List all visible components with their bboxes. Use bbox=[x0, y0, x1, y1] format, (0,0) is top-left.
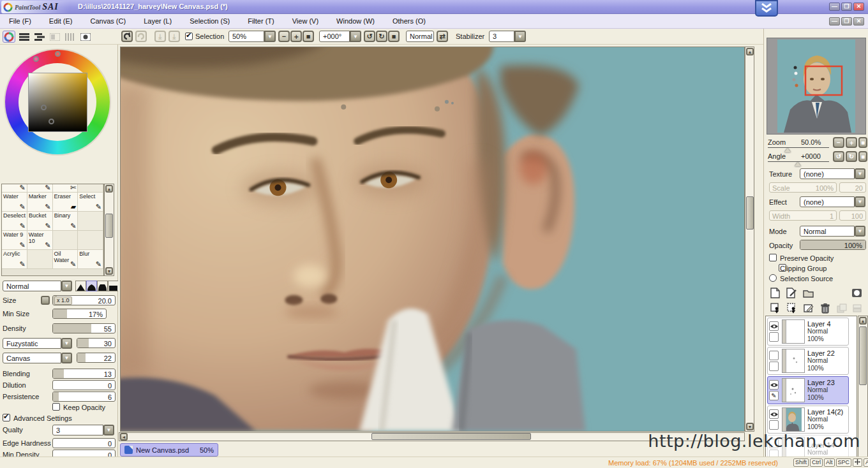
layer-thumbnail[interactable] bbox=[782, 319, 805, 344]
texture-dropdown-button[interactable]: ▼ bbox=[855, 168, 865, 179]
selection-source-radio[interactable] bbox=[769, 274, 777, 282]
menu-edit[interactable]: Edit (E) bbox=[40, 15, 82, 27]
brush-water[interactable]: Water✎ bbox=[2, 193, 27, 212]
angle-reset-button[interactable]: ■ bbox=[388, 31, 400, 42]
brush-texture-b-select[interactable]: Canvas bbox=[3, 353, 61, 363]
brush-texture-a-select[interactable]: Fuzystatic bbox=[3, 338, 61, 349]
saturation-value-square[interactable] bbox=[28, 73, 87, 132]
scroll-thumb[interactable] bbox=[371, 433, 531, 440]
visibility-toggle[interactable] bbox=[769, 380, 779, 390]
quality-select[interactable]: 3 bbox=[52, 425, 103, 435]
nav-rotate-cw-button[interactable]: ↻ bbox=[846, 151, 857, 162]
brush-shape-flat[interactable] bbox=[97, 281, 108, 291]
zoom-reset-button[interactable]: ■ bbox=[303, 31, 314, 42]
persistence-slider[interactable]: 6 bbox=[52, 391, 116, 402]
brush-binary[interactable]: Binary✎ bbox=[53, 212, 79, 231]
selection-visibility-checkbox[interactable] bbox=[185, 33, 193, 40]
rgb-slider-panel-button[interactable] bbox=[18, 31, 31, 43]
delete-layer-button[interactable] bbox=[818, 302, 832, 315]
brush-blend-mode-select[interactable]: Normal bbox=[3, 281, 61, 291]
new-layer-folder-button[interactable] bbox=[801, 286, 816, 300]
scroll-thumb[interactable] bbox=[105, 214, 113, 238]
edit-toggle[interactable] bbox=[769, 362, 779, 371]
scroll-down-arrow[interactable]: ▼ bbox=[105, 267, 113, 275]
layer-row-layer22[interactable]: Layer 22 Normal 100% bbox=[767, 347, 849, 375]
layer-thumbnail[interactable] bbox=[782, 407, 805, 432]
history-back-button[interactable]: ⤓ bbox=[154, 31, 166, 42]
edit-toggle[interactable]: ✎ bbox=[769, 391, 779, 400]
zoom-in-button[interactable]: ＋ bbox=[290, 31, 302, 42]
hue-marker-secondary[interactable] bbox=[55, 51, 61, 57]
rotate-cw-button[interactable]: ↻ bbox=[376, 31, 387, 42]
restore-button[interactable]: ❐ bbox=[841, 3, 852, 11]
brush-select[interactable]: Select✎ bbox=[78, 193, 103, 212]
navigator-preview[interactable] bbox=[767, 38, 866, 135]
close-button[interactable]: ✕ bbox=[853, 3, 864, 11]
brush-marker[interactable]: Marker✎ bbox=[27, 193, 53, 212]
effect-dropdown-button[interactable]: ▼ bbox=[855, 196, 865, 207]
layer-mask-button[interactable] bbox=[849, 286, 864, 300]
zoom-dropdown-button[interactable]: ▼ bbox=[264, 31, 276, 42]
scroll-thumb[interactable] bbox=[746, 196, 754, 230]
scroll-down-arrow[interactable]: ▼ bbox=[746, 423, 754, 430]
zoom-out-button[interactable]: − bbox=[278, 31, 290, 42]
nav-zoom-slider[interactable] bbox=[768, 147, 829, 148]
doc-close-button[interactable]: ✕ bbox=[853, 17, 864, 26]
nav-rotate-ccw-button[interactable]: ↺ bbox=[833, 151, 844, 162]
menu-selection[interactable]: Selection (S) bbox=[181, 15, 239, 27]
edit-toggle[interactable] bbox=[769, 420, 779, 430]
view-mode-button[interactable]: Normal bbox=[406, 31, 434, 42]
layer-effect-select[interactable]: (none) bbox=[800, 196, 855, 207]
brush-eraser[interactable]: Eraser▰ bbox=[53, 193, 79, 212]
layer-mode-select[interactable]: Normal bbox=[800, 226, 855, 237]
angle-value-field[interactable]: +000° bbox=[319, 31, 350, 42]
size-unit-button[interactable] bbox=[41, 296, 50, 305]
color-mixer-panel-button[interactable] bbox=[49, 31, 61, 43]
menu-canvas[interactable]: Canvas (C) bbox=[82, 15, 135, 27]
menu-window[interactable]: Window (W) bbox=[327, 15, 384, 27]
menu-file[interactable]: File (F) bbox=[0, 15, 40, 27]
minimize-button[interactable]: — bbox=[829, 3, 840, 11]
edit-toggle[interactable] bbox=[769, 332, 779, 342]
preserve-opacity-checkbox[interactable] bbox=[769, 254, 777, 261]
nav-angle-reset-button[interactable]: ■ bbox=[858, 151, 867, 162]
scroll-up-arrow[interactable]: ▲ bbox=[859, 317, 867, 325]
dilution-slider[interactable]: 0 bbox=[52, 380, 116, 390]
layer-row-layer4[interactable]: Layer 4 Normal 100% bbox=[767, 318, 849, 346]
rotate-ccw-button[interactable]: ↺ bbox=[364, 31, 375, 42]
brush-oil-water[interactable]: Oil Water✎ bbox=[53, 250, 79, 269]
visibility-toggle[interactable] bbox=[769, 351, 779, 360]
brush-acrylic[interactable]: Acrylic✎ bbox=[2, 250, 27, 269]
panel-collapse-button[interactable] bbox=[755, 0, 778, 17]
texture-b-strength-slider[interactable]: 22 bbox=[77, 353, 116, 363]
brush-blur[interactable]: Blur✎ bbox=[78, 250, 103, 269]
brush-shape-square[interactable] bbox=[108, 281, 119, 291]
scroll-up-arrow[interactable]: ▲ bbox=[746, 48, 754, 55]
scratchpad-panel-button[interactable] bbox=[79, 31, 92, 43]
brush-partial-cell[interactable]: ✄ bbox=[53, 184, 79, 193]
brush-shape-round[interactable] bbox=[86, 281, 97, 291]
swatches-panel-button[interactable] bbox=[64, 31, 77, 43]
brush-grid-scrollbar[interactable]: ▲ ▼ bbox=[104, 184, 114, 276]
blend-mode-dropdown-button[interactable]: ▼ bbox=[61, 281, 72, 291]
scroll-left-arrow[interactable]: ◄ bbox=[120, 433, 128, 441]
texture-a-strength-slider[interactable]: 30 bbox=[77, 338, 116, 348]
scroll-thumb[interactable] bbox=[859, 326, 867, 385]
redo-button[interactable] bbox=[135, 31, 147, 42]
visibility-toggle[interactable] bbox=[769, 409, 779, 419]
texture-b-dropdown-button[interactable]: ▼ bbox=[61, 353, 72, 363]
stabilizer-dropdown-button[interactable]: ▼ bbox=[514, 31, 526, 42]
history-forward-button[interactable]: ⤓ bbox=[168, 31, 180, 42]
nav-zoom-reset-button[interactable]: ■ bbox=[858, 137, 867, 148]
sv-marker-secondary[interactable] bbox=[49, 119, 54, 124]
doc-restore-button[interactable]: ❐ bbox=[841, 17, 852, 26]
brush-partial-cell[interactable]: ✎ bbox=[27, 184, 53, 193]
blending-slider[interactable]: 13 bbox=[52, 369, 116, 379]
layer-thumbnail[interactable] bbox=[782, 349, 805, 373]
zoom-value-field[interactable]: 50% bbox=[228, 31, 264, 42]
size-slider[interactable]: x 1.0 20.0 bbox=[52, 295, 116, 305]
layer-row-layer23-selected[interactable]: ✎ Layer 23 Normal 100% bbox=[767, 376, 849, 404]
brush-deselect[interactable]: Deselect✎ bbox=[2, 212, 27, 231]
density-slider[interactable]: 55 bbox=[52, 323, 116, 333]
stabilizer-value-field[interactable]: 3 bbox=[489, 31, 514, 42]
